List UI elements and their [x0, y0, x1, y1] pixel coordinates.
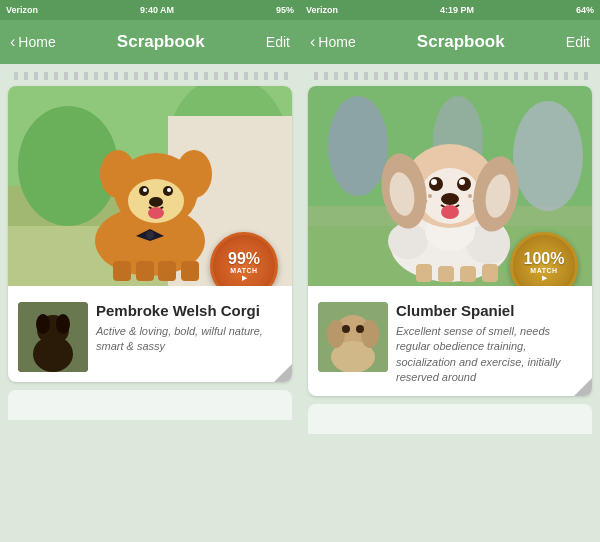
nav-title-right: Scrapbook — [417, 32, 505, 52]
time-left: 9:40 AM — [140, 5, 174, 15]
match-percent-spaniel: 100% — [524, 251, 565, 267]
breed-desc-spaniel: Excellent sense of smell, needs regular … — [396, 324, 582, 386]
partial-card-right — [308, 404, 592, 434]
svg-point-31 — [328, 96, 388, 196]
time-right: 4:19 PM — [440, 5, 474, 15]
svg-point-52 — [468, 194, 472, 198]
svg-rect-57 — [460, 266, 476, 282]
svg-point-47 — [431, 179, 437, 185]
nav-title-left: Scrapbook — [117, 32, 205, 52]
svg-rect-55 — [416, 264, 432, 282]
svg-point-27 — [36, 314, 50, 334]
svg-point-53 — [425, 200, 428, 203]
match-arrow-corgi: ▶ — [242, 274, 247, 282]
back-btn-right[interactable]: ‹ Home — [310, 33, 356, 51]
svg-point-28 — [56, 314, 70, 334]
card-info-spaniel: Clumber Spaniel Excellent sense of smell… — [308, 286, 592, 396]
card-info-corgi: Pembroke Welsh Corgi Active & loving, bo… — [8, 286, 292, 382]
back-arrow-left: ‹ — [10, 33, 15, 51]
card-text-spaniel: Clumber Spaniel Excellent sense of smell… — [396, 302, 582, 386]
edit-btn-left[interactable]: Edit — [266, 34, 290, 50]
card-spaniel[interactable]: 100% MATCH ▶ — [308, 86, 592, 396]
svg-point-63 — [361, 320, 379, 348]
phone-screen-right: Verizon 4:19 PM 64% ‹ Home Scrapbook Edi… — [300, 0, 600, 542]
svg-point-65 — [356, 325, 364, 333]
svg-point-51 — [428, 194, 432, 198]
status-bar-left: Verizon 9:40 AM 95% — [0, 0, 300, 20]
svg-point-10 — [176, 150, 212, 198]
breed-desc-corgi: Active & loving, bold, wilful nature, sm… — [96, 324, 282, 355]
edit-btn-right[interactable]: Edit — [566, 34, 590, 50]
svg-rect-58 — [482, 264, 498, 282]
thumb-spaniel-svg — [318, 302, 388, 372]
status-icons-left: 95% — [276, 5, 294, 15]
carrier-left: Verizon — [6, 5, 38, 15]
card-text-corgi: Pembroke Welsh Corgi Active & loving, bo… — [96, 302, 282, 372]
card-corgi[interactable]: 99% MATCH ▶ Pe — [8, 86, 292, 382]
svg-point-15 — [149, 197, 163, 207]
carrier-right: Verizon — [306, 5, 338, 15]
battery-right: 64% — [576, 5, 594, 15]
svg-point-14 — [167, 188, 171, 192]
svg-rect-19 — [113, 261, 131, 281]
svg-point-13 — [143, 188, 147, 192]
status-icons-right: 64% — [576, 5, 594, 15]
partial-card-left — [8, 390, 292, 420]
svg-point-18 — [146, 231, 154, 239]
svg-point-9 — [100, 150, 136, 198]
back-btn-left[interactable]: ‹ Home — [10, 33, 56, 51]
thumb-spaniel — [318, 302, 388, 372]
svg-point-54 — [473, 200, 476, 203]
thumb-corgi — [18, 302, 88, 372]
thumb-corgi-svg — [18, 302, 88, 372]
svg-rect-56 — [438, 266, 454, 282]
svg-rect-22 — [181, 261, 199, 281]
svg-point-49 — [441, 193, 459, 205]
divider-right — [308, 72, 592, 80]
corner-fold-corgi — [274, 364, 292, 382]
svg-point-26 — [33, 336, 73, 372]
svg-point-62 — [327, 320, 345, 348]
phone-screen-left: Verizon 9:40 AM 95% ‹ Home Scrapbook Edi… — [0, 0, 300, 542]
back-arrow-right: ‹ — [310, 33, 315, 51]
match-percent-corgi: 99% — [228, 251, 260, 267]
match-arrow-spaniel: ▶ — [542, 274, 547, 282]
status-bar-right: Verizon 4:19 PM 64% — [300, 0, 600, 20]
svg-rect-21 — [158, 261, 176, 281]
back-label-left: Home — [18, 34, 55, 50]
divider-left — [8, 72, 292, 80]
svg-point-50 — [441, 205, 459, 219]
svg-point-64 — [342, 325, 350, 333]
nav-bar-left: ‹ Home Scrapbook Edit — [0, 20, 300, 64]
svg-point-32 — [513, 101, 583, 211]
svg-point-48 — [459, 179, 465, 185]
breed-name-spaniel: Clumber Spaniel — [396, 302, 582, 320]
nav-bar-right: ‹ Home Scrapbook Edit — [300, 20, 600, 64]
match-label-spaniel: MATCH — [530, 267, 557, 274]
card-photo-corgi: 99% MATCH ▶ — [8, 86, 292, 286]
svg-rect-20 — [136, 261, 154, 281]
battery-left: 95% — [276, 5, 294, 15]
corner-fold-spaniel — [574, 378, 592, 396]
back-label-right: Home — [318, 34, 355, 50]
content-left: 99% MATCH ▶ Pe — [0, 64, 300, 542]
breed-name-corgi: Pembroke Welsh Corgi — [96, 302, 282, 320]
svg-point-23 — [148, 207, 164, 219]
card-photo-spaniel: 100% MATCH ▶ — [308, 86, 592, 286]
match-label-corgi: MATCH — [230, 267, 257, 274]
content-right: 100% MATCH ▶ — [300, 64, 600, 542]
